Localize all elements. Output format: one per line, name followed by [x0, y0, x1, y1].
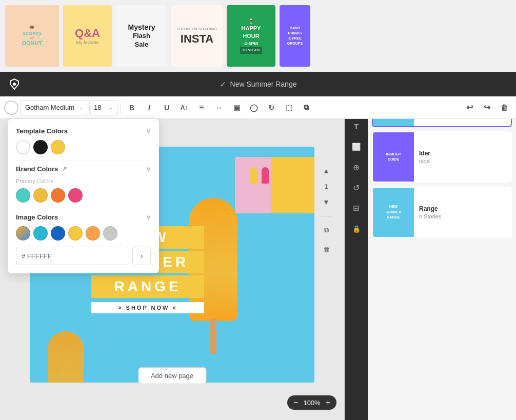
toolbar-right: ↩ ↪ 🗑: [462, 100, 512, 115]
sidebar-icon-image[interactable]: ⬜: [347, 137, 366, 156]
font-family-value: Gotham Medium: [25, 104, 74, 111]
right-sidebar: ⊞ ⊡ T ⬜ ⊕ ↺ ⊟ 🔒 NEWSUMMERRANGE Range Sto…: [344, 72, 516, 420]
sidebar-icon-text[interactable]: T: [347, 117, 366, 135]
italic-button[interactable]: I: [142, 100, 157, 115]
mini-popsicle-pink: [262, 167, 269, 184]
zoom-controls: − 100% +: [287, 395, 336, 410]
font-size-select[interactable]: 18 ⌄: [89, 100, 117, 115]
brand-colors-expand[interactable]: ∨: [146, 166, 151, 173]
template-colors-label: Template Colors: [16, 127, 68, 135]
insta-thumb-text: TODAY I'M SHARING INSTA: [176, 27, 217, 46]
mini-popsicle-yellow: [250, 167, 257, 184]
color-swatch-gold[interactable]: [33, 188, 48, 203]
color-swatch-black[interactable]: [33, 140, 48, 154]
popsicle-left: [48, 331, 84, 383]
image-color-row: [16, 226, 151, 241]
redo-button[interactable]: ↪: [479, 100, 494, 115]
sidebar-icon-lock[interactable]: 🔒: [347, 219, 366, 238]
text-case-button[interactable]: A↑: [176, 100, 192, 115]
apply-color-button[interactable]: ›: [132, 247, 151, 265]
zoom-in-button[interactable]: +: [326, 398, 330, 407]
color-panel: Template Colors ∨ Brand Colors ↗ ∨ Prima…: [8, 119, 159, 273]
move-down-button[interactable]: ▼: [319, 194, 334, 210]
color-picker-swatch[interactable]: [4, 101, 18, 115]
sidebar-icon-group[interactable]: ⊕: [347, 158, 366, 176]
template-card-3[interactable]: NEWSUMMERRANGE Range n Stories: [372, 187, 512, 238]
color-swatch-gradient[interactable]: [16, 226, 30, 241]
template-card-3-title: Range: [419, 205, 441, 212]
divider-2: [16, 209, 151, 209]
yellow-card: [271, 157, 314, 213]
template-colors-section: Template Colors ∨: [16, 127, 151, 135]
hex-input[interactable]: # FFFFFF: [16, 247, 129, 265]
image-button[interactable]: ▣: [229, 100, 244, 115]
zoom-out-button[interactable]: −: [293, 398, 298, 407]
brand-colors-label: Brand Colors: [16, 165, 58, 173]
happy-thumb-text: 🍷 HAPPY HOUR 4-5PM TONIGHT: [240, 18, 263, 53]
template-card-2[interactable]: INSIDERGUIDE Ider uide.: [372, 131, 512, 183]
color-swatch-lightgray[interactable]: [103, 226, 117, 241]
controls-divider: [321, 216, 331, 216]
right-panel: NEWSUMMERRANGE Range Stories INSIDERGUID…: [368, 72, 516, 420]
template-thumb-insta[interactable]: TODAY I'M SHARING INSTA: [171, 5, 223, 67]
color-swatch-yellow[interactable]: [51, 140, 65, 154]
qa-thumb-text: Q&A My favorite: [75, 27, 100, 45]
template-card-3-thumb: NEWSUMMERRANGE: [373, 188, 414, 237]
template-thumb-donut[interactable]: 🍩 12 DAYS of DONUT: [5, 5, 59, 67]
document-title-text: New Summer Range: [230, 80, 297, 88]
canvas-line-range: RANGE: [91, 275, 204, 298]
page-number: 1: [324, 183, 328, 190]
toolbar-divider-1: [121, 102, 121, 114]
letter-spacing-button[interactable]: ↔: [211, 100, 227, 115]
move-up-button[interactable]: ▲: [319, 163, 334, 178]
image-colors-expand[interactable]: ∨: [146, 214, 151, 221]
canvas-shop-text: > SHOP NOW <: [102, 305, 194, 311]
template-thumb-happy[interactable]: 🍷 HAPPY HOUR 4-5PM TONIGHT: [227, 5, 275, 67]
shape-button[interactable]: ◯: [246, 100, 262, 115]
toolbar: Gotham Medium ⌄ 18 ⌄ B I U A↑ ≡ ↔ ▣ ◯ ↻ …: [0, 96, 516, 119]
mystery-thumb-text: Mystery Flash Sale: [128, 23, 155, 49]
bold-button[interactable]: B: [124, 100, 140, 115]
svg-point-0: [13, 83, 16, 86]
template-card-3-sub: n Stories: [419, 213, 441, 219]
color-swatch-white[interactable]: [16, 140, 30, 154]
template-thumb-extra[interactable]: BANDDRINKS& FREEGROUPS: [280, 5, 310, 67]
template-card-2-sub: uide.: [419, 158, 431, 164]
color-swatch-darkblue[interactable]: [51, 226, 65, 241]
template-strip: 🍩 12 DAYS of DONUT Q&A My favorite Myste…: [0, 0, 516, 72]
layers-button[interactable]: ⬚: [281, 100, 296, 115]
document-title: ✓ New Summer Range: [220, 79, 297, 89]
color-swatch-lightorange[interactable]: [86, 226, 100, 241]
color-input-row: # FFFFFF ›: [16, 247, 151, 265]
canvas-duplicate-button[interactable]: ⧉: [319, 223, 334, 238]
canvas-delete-button[interactable]: 🗑: [319, 242, 334, 257]
align-button[interactable]: ≡: [194, 100, 209, 115]
add-new-page-button[interactable]: Add new page: [138, 367, 206, 384]
app-logo[interactable]: [6, 76, 23, 92]
canvas-shop-line: > SHOP NOW <: [91, 302, 204, 313]
underline-button[interactable]: U: [159, 100, 174, 115]
canvas-text-range: RANGE: [104, 278, 192, 295]
template-card-2-title: Ider: [419, 150, 431, 157]
sidebar-icon-replace[interactable]: ↺: [347, 178, 366, 197]
font-family-select[interactable]: Gotham Medium ⌄: [21, 100, 87, 115]
template-card-3-info: Range n Stories: [414, 188, 446, 237]
undo-button[interactable]: ↩: [462, 100, 477, 115]
template-color-row: [16, 140, 151, 154]
template-thumb-qa[interactable]: Q&A My favorite: [63, 5, 112, 67]
color-swatch-pink[interactable]: [68, 188, 83, 203]
rotate-button[interactable]: ↻: [264, 100, 279, 115]
donut-thumb-text: 🍩 12 DAYS of DONUT: [22, 26, 42, 46]
color-swatch-cyan[interactable]: [33, 226, 48, 241]
template-thumb-mystery[interactable]: Mystery Flash Sale: [116, 5, 167, 67]
delete-button[interactable]: 🗑: [497, 100, 512, 115]
hex-value: # FFFFFF: [22, 252, 52, 260]
duplicate-button[interactable]: ⧉: [299, 100, 314, 115]
brand-colors-link-icon[interactable]: ↗: [62, 166, 67, 172]
template-colors-expand[interactable]: ∨: [146, 128, 151, 135]
image-colors-section: Image Colors ∨: [16, 213, 151, 221]
color-swatch-orange[interactable]: [51, 188, 65, 203]
color-swatch-lightyellow[interactable]: [68, 226, 83, 241]
color-swatch-teal[interactable]: [16, 188, 30, 203]
sidebar-icon-layers[interactable]: ⊟: [347, 199, 366, 217]
